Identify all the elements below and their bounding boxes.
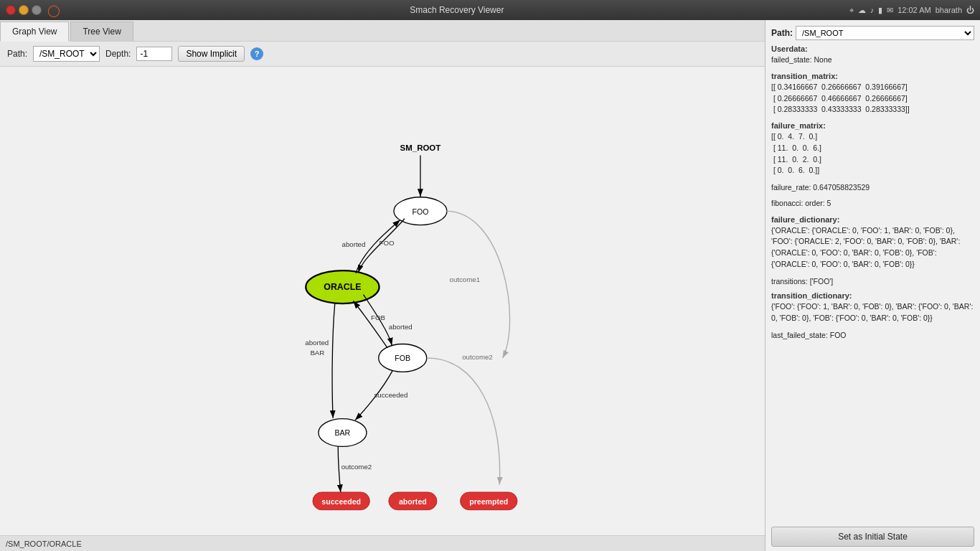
mail-icon: ✉ bbox=[887, 6, 893, 15]
failure-dict-label: failure_dictionary: bbox=[771, 215, 974, 224]
failed-state-text: failed_state: None bbox=[771, 55, 974, 66]
smroot-label: SM_ROOT bbox=[400, 143, 441, 152]
edge-foo-outcome1 bbox=[446, 211, 509, 358]
edge-fob-bar-label: succeeded bbox=[374, 391, 408, 399]
username: bharath bbox=[936, 6, 962, 14]
graph-svg: SM_ROOT FOO ORACLE FOB BAR succeeded bbox=[0, 67, 765, 535]
terminal-preempted-label: preempted bbox=[469, 497, 508, 506]
path-label: Path: bbox=[7, 49, 27, 59]
userdata-section-label: Userdata: bbox=[771, 44, 974, 53]
close-button[interactable] bbox=[6, 5, 16, 15]
graph-canvas[interactable]: SM_ROOT FOO ORACLE FOB BAR succeeded bbox=[0, 67, 765, 535]
edge-oracle-foo-label: aborted bbox=[342, 240, 366, 248]
window-controls[interactable] bbox=[6, 5, 42, 15]
wifi-icon: ☁ bbox=[858, 6, 866, 15]
minimize-button[interactable] bbox=[19, 5, 29, 15]
path-row: Path: /SM_ROOT bbox=[771, 26, 974, 40]
fibonacci-text: fibonacci: order: 5 bbox=[771, 198, 974, 209]
tabs: Graph View Tree View bbox=[0, 20, 765, 42]
tab-graph-view[interactable]: Graph View bbox=[0, 22, 69, 42]
ubuntu-logo-icon: ◯ bbox=[47, 4, 60, 17]
window-title: Smach Recovery Viewer bbox=[65, 5, 849, 15]
failure-matrix-text: [[ 0. 4. 7. 0.] [ 11. 0. 0. 6.] [ 11. 0.… bbox=[771, 131, 974, 176]
failure-dict-text: {'ORACLE': {'ORACLE': 0, 'FOO': 1, 'BAR'… bbox=[771, 225, 974, 270]
left-panel: Graph View Tree View Path: /SM_ROOT Dept… bbox=[0, 20, 765, 551]
show-implicit-button[interactable]: Show Implicit bbox=[178, 46, 245, 62]
bluetooth-icon: ⌖ bbox=[849, 6, 854, 15]
last-failed-state-text: last_failed_state: FOO bbox=[771, 330, 974, 342]
panel-content: Path: /SM_ROOT Userdata: failed_state: N… bbox=[765, 20, 980, 522]
node-bar-label: BAR bbox=[335, 428, 351, 437]
edge-fob-oracle-label: aborted bbox=[389, 323, 413, 331]
edge-oracle-bar-aborted: aborted bbox=[305, 339, 329, 347]
failure-rate-text: failure_rate: 0.647058823529 bbox=[771, 182, 974, 194]
power-icon: ⏻ bbox=[966, 6, 974, 14]
edge-fob-outcome2 bbox=[427, 358, 500, 484]
set-initial-state-button[interactable]: Set as Initial State bbox=[771, 527, 974, 547]
maximize-button[interactable] bbox=[32, 5, 42, 15]
edge-oracle-bar bbox=[332, 303, 335, 418]
edge-foo-oracle-label: FOO bbox=[380, 239, 395, 247]
node-oracle-label: ORACLE bbox=[324, 282, 361, 292]
battery-icon: ▮ bbox=[878, 6, 882, 15]
edge-oracle-bar-label: BAR bbox=[310, 349, 324, 357]
tab-tree-view[interactable]: Tree View bbox=[70, 22, 133, 41]
transition-dict-text: {'FOO': {'FOO': 1, 'BAR': 0, 'FOB': 0}, … bbox=[771, 301, 974, 324]
depth-label: Depth: bbox=[105, 49, 131, 59]
right-path-label: Path: bbox=[771, 28, 793, 38]
edge-fob-outcome2-label: outcome2 bbox=[462, 353, 493, 361]
transitions-text: transitions: ['FOO'] bbox=[771, 276, 974, 288]
terminal-succeeded-label: succeeded bbox=[321, 497, 361, 506]
titlebar: ◯ Smach Recovery Viewer ⌖ ☁ ♪ ▮ ✉ 12:02 … bbox=[0, 0, 980, 20]
main-layout: Graph View Tree View Path: /SM_ROOT Dept… bbox=[0, 20, 980, 551]
path-select[interactable]: /SM_ROOT bbox=[33, 46, 100, 62]
transition-dict-label: transition_dictionary: bbox=[771, 291, 974, 300]
node-foo-label: FOO bbox=[412, 207, 428, 216]
terminal-aborted-label: aborted bbox=[399, 497, 427, 506]
toolbar: Path: /SM_ROOT Depth: Show Implicit ? bbox=[0, 42, 765, 67]
help-icon[interactable]: ? bbox=[250, 47, 263, 60]
depth-input[interactable] bbox=[136, 47, 172, 61]
transition-matrix-label: transition_matrix: bbox=[771, 72, 974, 80]
volume-icon: ♪ bbox=[870, 6, 875, 14]
status-path: /SM_ROOT/ORACLE bbox=[6, 540, 82, 548]
edge-bar-outcome2-label: outcome2 bbox=[341, 463, 372, 471]
edge-foo-outcome1-label: outcome1 bbox=[450, 276, 481, 283]
clock: 12:02 AM bbox=[897, 6, 930, 14]
edge-bar-succeeded bbox=[338, 446, 341, 492]
transition-matrix-text: [[ 0.34166667 0.26666667 0.39166667] [ 0… bbox=[771, 82, 974, 116]
right-path-select[interactable]: /SM_ROOT bbox=[796, 26, 974, 40]
statusbar: /SM_ROOT/ORACLE bbox=[0, 535, 765, 551]
edge-oracle-fob-label: FOB bbox=[371, 314, 385, 321]
failure-matrix-label: failure_matrix: bbox=[771, 121, 974, 130]
right-panel: Path: /SM_ROOT Userdata: failed_state: N… bbox=[765, 20, 980, 551]
node-fob-label: FOB bbox=[395, 354, 410, 362]
system-tray: ⌖ ☁ ♪ ▮ ✉ 12:02 AM bharath ⏻ bbox=[849, 6, 974, 15]
